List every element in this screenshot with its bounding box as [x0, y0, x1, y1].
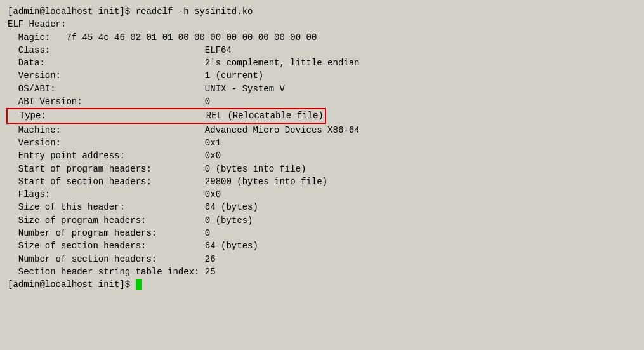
flags-line: Flags: 0x0 — [8, 188, 636, 201]
type-highlight-box: Type: REL (Relocatable file) — [6, 108, 326, 123]
num-sect-headers-line: Number of section headers: 26 — [8, 253, 636, 266]
entry-line: Entry point address: 0x0 — [8, 149, 636, 162]
version1-line: Version: 1 (current) — [8, 69, 636, 82]
num-prog-headers-line: Number of program headers: 0 — [8, 227, 636, 239]
string-table-line: Section header string table index: 25 — [8, 266, 636, 278]
command-line: [admin@localhost init]$ readelf -h sysin… — [8, 5, 636, 18]
machine-line: Machine: Advanced Micro Devices X86-64 — [8, 124, 636, 137]
terminal-cursor — [136, 279, 142, 290]
prompt-bottom-line: [admin@localhost init]$ — [8, 278, 636, 291]
class-line: Class: ELF64 — [8, 44, 636, 57]
osabi-line: OS/ABI: UNIX - System V — [8, 83, 636, 95]
abi-version-line: ABI Version: 0 — [8, 95, 636, 108]
sect-headers-start-line: Start of section headers: 29800 (bytes i… — [8, 175, 636, 188]
prog-header-size-line: Size of program headers: 0 (bytes) — [8, 214, 636, 227]
prompt-text: [admin@localhost init]$ — [8, 279, 136, 290]
version2-line: Version: 0x1 — [8, 137, 636, 149]
sect-header-size-line: Size of section headers: 64 (bytes) — [8, 239, 636, 252]
type-line: Type: REL (Relocatable file) — [8, 108, 636, 123]
magic-line: Magic: 7f 45 4c 46 02 01 01 00 00 00 00 … — [8, 31, 636, 44]
prog-headers-start-line: Start of program headers: 0 (bytes into … — [8, 163, 636, 175]
terminal-window: [admin@localhost init]$ readelf -h sysin… — [0, 0, 644, 350]
elf-header-line: ELF Header: — [8, 18, 636, 30]
data-line: Data: 2's complement, little endian — [8, 57, 636, 69]
header-size-line: Size of this header: 64 (bytes) — [8, 201, 636, 213]
